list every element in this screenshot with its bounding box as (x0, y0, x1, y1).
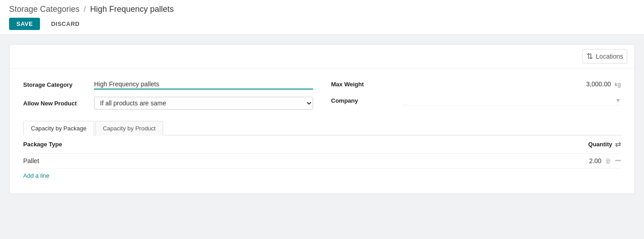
package-type-header: Package Type (23, 141, 62, 148)
locations-button[interactable]: ⇅ Locations (582, 49, 627, 64)
save-button[interactable]: SAVE (9, 18, 40, 30)
form-grid: Storage Category Allow New Product If al… (23, 80, 621, 110)
table-row: Pallet 2.00 🗑 ••• (23, 154, 621, 169)
action-bar: SAVE DISCARD (9, 18, 635, 30)
storage-category-label: Storage Category (23, 81, 87, 88)
more-icon[interactable]: ••• (615, 158, 621, 164)
top-bar: Storage Categories / High Frequency pall… (0, 0, 644, 35)
allow-new-product-row: Allow New Product If all products are sa… (23, 97, 313, 110)
storage-category-card: ⇅ Locations Storage Category Allow New P… (9, 44, 635, 194)
max-weight-unit: kg (614, 81, 621, 88)
locations-label: Locations (596, 53, 623, 60)
package-type-cell: Pallet (23, 157, 39, 164)
locations-icon: ⇅ (586, 51, 593, 61)
form-left: Storage Category Allow New Product If al… (23, 80, 313, 110)
storage-category-input[interactable] (94, 80, 313, 90)
quantity-cell: 2.00 🗑 ••• (589, 157, 621, 164)
sort-icon[interactable]: ⇄ (615, 140, 621, 149)
max-weight-input[interactable] (402, 80, 613, 89)
breadcrumb-parent[interactable]: Storage Categories (9, 5, 80, 14)
quantity-value: 2.00 (589, 157, 601, 164)
discard-button[interactable]: DISCARD (44, 18, 87, 30)
form-right: Max Weight kg Company ▼ (331, 80, 621, 110)
breadcrumb-current: High Frequency pallets (90, 5, 174, 14)
quantity-header: Quantity ⇄ (588, 140, 621, 149)
allow-new-product-select[interactable]: If all products are sameIf all products … (94, 97, 313, 110)
allow-new-product-value: If all products are sameIf all products … (94, 97, 313, 110)
company-dropdown-icon: ▼ (615, 97, 621, 104)
breadcrumb-separator: / (84, 5, 86, 14)
company-field: ▼ (402, 96, 621, 105)
table-header: Package Type Quantity ⇄ (23, 135, 621, 154)
company-input[interactable] (402, 97, 616, 104)
tabs: Capacity by Package Capacity by Product (23, 120, 621, 135)
company-label: Company (331, 97, 395, 104)
breadcrumb: Storage Categories / High Frequency pall… (9, 5, 635, 14)
company-row: Company ▼ (331, 96, 621, 105)
main-content: ⇅ Locations Storage Category Allow New P… (0, 35, 644, 203)
card-header: ⇅ Locations (10, 45, 634, 69)
tab-capacity-by-package[interactable]: Capacity by Package (23, 121, 94, 135)
card-body: Storage Category Allow New Product If al… (10, 69, 634, 194)
delete-row-icon[interactable]: 🗑 (605, 157, 611, 164)
add-line-button[interactable]: Add a line (23, 169, 50, 183)
storage-category-row: Storage Category (23, 80, 313, 90)
allow-new-product-label: Allow New Product (23, 100, 87, 107)
max-weight-row: Max Weight kg (331, 80, 621, 89)
tab-content: Package Type Quantity ⇄ Pallet 2.00 🗑 ••… (23, 135, 621, 183)
tab-capacity-by-product[interactable]: Capacity by Product (95, 121, 163, 135)
max-weight-field: kg (402, 80, 621, 89)
storage-category-value (94, 80, 313, 90)
add-line-row: Add a line (23, 169, 621, 183)
max-weight-label: Max Weight (331, 81, 395, 88)
